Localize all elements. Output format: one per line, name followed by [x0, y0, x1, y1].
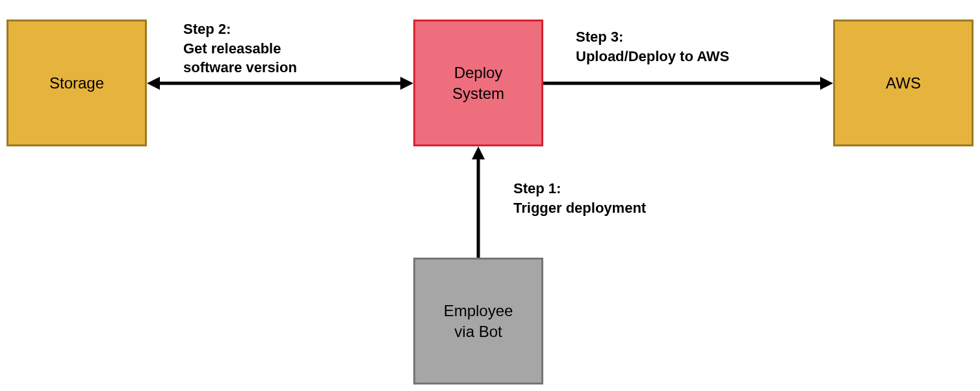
node-deploy-system-label: Deploy System: [452, 62, 504, 103]
edge-label-step1: Step 1: Trigger deployment: [513, 179, 646, 217]
connector-employee-deploy: [470, 146, 487, 258]
svg-marker-6: [472, 146, 485, 159]
node-employee-via-bot-label: Employee via Bot: [444, 301, 513, 341]
edge-label-step3-desc: Upload/Deploy to AWS: [576, 48, 729, 64]
edge-label-step1-title: Step 1:: [513, 180, 561, 196]
node-aws-label: AWS: [886, 73, 921, 93]
node-aws: AWS: [833, 20, 974, 146]
node-deploy-system: Deploy System: [413, 20, 543, 146]
edge-label-step3: Step 3: Upload/Deploy to AWS: [576, 27, 729, 66]
edge-label-step1-desc: Trigger deployment: [513, 200, 646, 216]
edge-label-step3-title: Step 3:: [576, 29, 623, 45]
connector-deploy-aws: [543, 75, 833, 92]
node-storage-label: Storage: [49, 73, 104, 93]
edge-label-step2-title: Step 2:: [183, 21, 231, 37]
svg-marker-4: [820, 77, 833, 90]
edge-label-step2: Step 2: Get releasable software version: [183, 20, 297, 77]
edge-label-step2-desc: Get releasable software version: [183, 40, 297, 76]
svg-marker-1: [147, 77, 160, 90]
svg-marker-2: [400, 77, 413, 90]
node-storage: Storage: [6, 20, 147, 146]
node-employee-via-bot: Employee via Bot: [413, 258, 543, 384]
